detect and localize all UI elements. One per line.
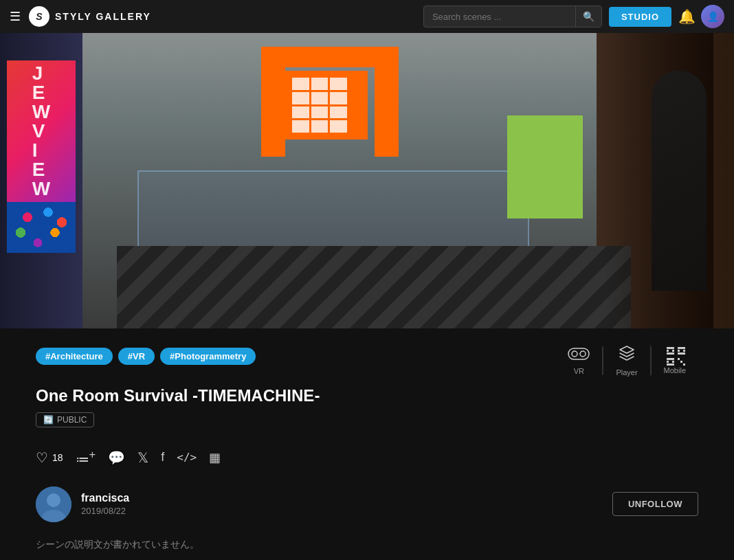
player-icon — [619, 345, 635, 366]
content-area: #Architecture #VR #Photogrammetry VR — [0, 328, 734, 560]
vr-label: VR — [574, 367, 584, 375]
search-area: 🔍 STUDIO 🔔 👤 — [423, 5, 724, 28]
public-icon: 🔄 — [43, 415, 54, 425]
orange-right-leg — [375, 67, 399, 157]
public-badge[interactable]: 🔄 PUBLIC — [36, 412, 94, 427]
search-button[interactable]: 🔍 — [575, 5, 601, 27]
scene-artwork: JEWVIEW — [0, 33, 734, 328]
dark-figure — [652, 71, 707, 291]
author-date: 2019/08/22 — [81, 506, 129, 516]
mobile-mode-button[interactable]: Mobile — [652, 347, 698, 374]
hero-image: JEWVIEW — [0, 33, 734, 328]
left-poster: JEWVIEW — [7, 60, 76, 253]
twitter-icon[interactable]: 𝕏 — [137, 449, 148, 466]
like-count: 18 — [52, 452, 63, 463]
public-label: PUBLIC — [57, 415, 87, 425]
scene-title: One Room Survival -TIMEMACHINE- — [36, 386, 698, 405]
hero-background: JEWVIEW — [0, 33, 734, 328]
unfollow-button[interactable]: UNFOLLOW — [612, 492, 698, 516]
orange-grid — [292, 78, 347, 133]
tag-vr[interactable]: #VR — [118, 348, 155, 365]
green-shape — [507, 115, 583, 219]
top-info-row: #Architecture #VR #Photogrammetry VR — [36, 345, 698, 377]
author-row: francisca 2019/08/22 UNFOLLOW — [36, 486, 698, 522]
menu-icon[interactable]: ☰ — [10, 9, 21, 24]
vr-mode-button[interactable]: VR — [555, 346, 603, 375]
embed-icon[interactable]: </> — [177, 451, 197, 464]
author-name[interactable]: francisca — [81, 492, 129, 504]
tag-architecture[interactable]: #Architecture — [36, 348, 113, 365]
user-avatar[interactable]: 👤 — [701, 5, 724, 28]
player-label: Player — [616, 368, 637, 377]
tag-photogrammetry[interactable]: #Photogrammetry — [160, 348, 256, 365]
orange-center — [271, 71, 368, 139]
player-mode-button[interactable]: Player — [603, 345, 650, 377]
svg-point-2 — [580, 351, 586, 357]
heart-icon[interactable]: ♡ — [36, 449, 48, 466]
visibility-row: 🔄 PUBLIC — [36, 412, 698, 438]
qr-share-icon[interactable]: ▦ — [209, 450, 221, 465]
svg-point-1 — [572, 351, 577, 357]
svg-point-4 — [47, 493, 60, 507]
header: ☰ S STYLY GALLERY 🔍 STUDIO 🔔 👤 — [0, 0, 734, 33]
scene-description: シーンの説明文が書かれていません。 — [36, 539, 698, 551]
logo-icon: S — [29, 6, 49, 27]
tags-list: #Architecture #VR #Photogrammetry — [36, 348, 256, 365]
search-bar: 🔍 — [423, 5, 602, 27]
like-group: ♡ 18 — [36, 449, 63, 466]
view-modes: VR Player — [555, 345, 698, 377]
facebook-icon[interactable]: f — [161, 450, 164, 464]
vr-icon — [568, 346, 590, 364]
notification-bell-icon[interactable]: 🔔 — [678, 8, 696, 25]
logo-text: STYLY GALLERY — [55, 11, 151, 22]
mobile-label: Mobile — [664, 366, 686, 374]
comment-icon[interactable]: 💬 — [108, 449, 125, 466]
mobile-qr-icon — [667, 347, 683, 363]
grid-base — [117, 246, 631, 328]
studio-button[interactable]: STUDIO — [609, 7, 671, 27]
author-details: francisca 2019/08/22 — [81, 492, 129, 516]
orange-top — [261, 47, 399, 67]
poster-top: JEWVIEW — [7, 60, 76, 202]
add-playlist-icon[interactable]: ≔+ — [76, 448, 96, 467]
poster-dots — [7, 202, 76, 253]
author-avatar[interactable] — [36, 486, 71, 522]
action-bar: ♡ 18 ≔+ 💬 𝕏 f </> ▦ — [36, 448, 698, 467]
search-input[interactable] — [424, 12, 575, 22]
logo[interactable]: S STYLY GALLERY — [29, 6, 151, 27]
right-figure-area — [603, 33, 713, 328]
author-info: francisca 2019/08/22 — [36, 486, 129, 522]
